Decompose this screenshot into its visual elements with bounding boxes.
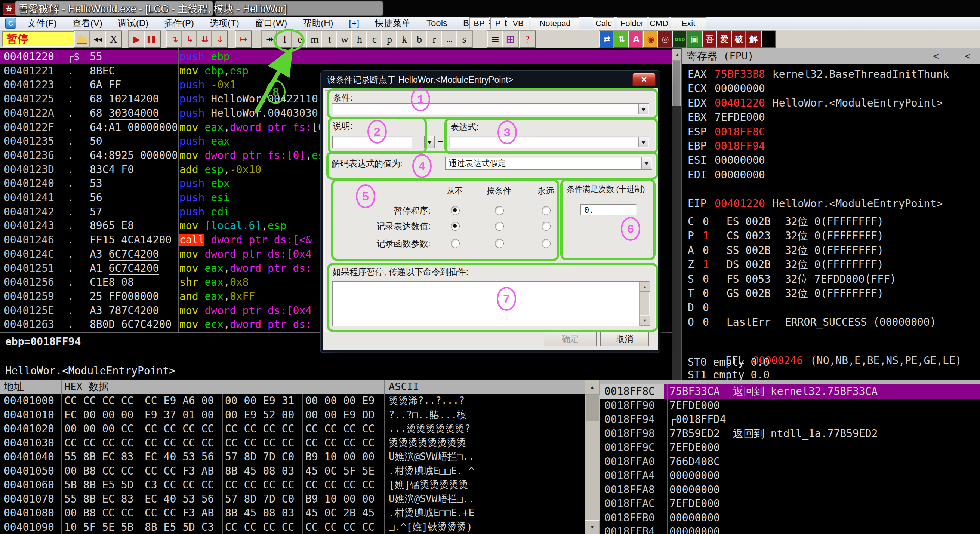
memory-dump-panel[interactable]: 地址 HEX 数据 ASCII 00401000CC CC CC CCCC E9… [0, 379, 585, 534]
animate-into-button[interactable]: ⇊ [197, 31, 213, 48]
handles-window-button[interactable]: h [352, 31, 368, 48]
menu-item-1[interactable]: 文件(F) [19, 17, 65, 29]
menu-button-p[interactable]: P [490, 17, 505, 30]
menu-button-folder[interactable]: Folder [617, 17, 648, 30]
menu-item-10[interactable]: Tools [418, 18, 455, 29]
run-to-return-button[interactable]: ↦ [235, 31, 252, 48]
count-input[interactable]: 0. [581, 204, 636, 215]
black-square[interactable] [761, 31, 776, 48]
log-expression-value-radio-3[interactable] [542, 222, 550, 231]
plugin-updown-button[interactable]: ⇅ [614, 31, 629, 48]
dump-row[interactable]: 0040104055 8B EC 83EC 40 53 5657 8D 7D C… [0, 450, 585, 464]
menu-button-cmd[interactable]: CMD [649, 17, 669, 30]
step-over-button[interactable]: ↳ [181, 31, 198, 48]
stack-row[interactable]: 0018FF9877B59ED2返回到 ntdll_1a.77B59ED2 [600, 427, 980, 441]
options-list-button[interactable]: ≡ [487, 31, 503, 48]
expression-combobox[interactable] [449, 136, 649, 148]
app-c-icon[interactable]: C [5, 18, 16, 29]
menu-button-bp[interactable]: BP [469, 17, 489, 30]
log-window-button[interactable]: l [277, 31, 293, 48]
executables-window-button[interactable]: e [291, 31, 308, 48]
references-window-button[interactable]: r [426, 31, 442, 48]
dump-row[interactable]: 00401010EC 00 00 00E9 37 01 0000 E9 52 0… [0, 408, 585, 422]
dump-row[interactable]: 004010605B 8B E5 5DC3 CC CC CCCC CC CC C… [0, 478, 585, 492]
scroll-down-icon[interactable]: ▼ [585, 520, 600, 534]
pause-program-radio-3[interactable] [542, 206, 550, 215]
run-button[interactable]: ▶ [129, 31, 145, 48]
go-to-button[interactable]: ↠ [262, 31, 278, 48]
plugin-command-textarea[interactable]: ▲ ▼ [332, 281, 650, 327]
plugin-target-button[interactable]: ◉ [643, 31, 659, 48]
menu-item-8[interactable]: [+] [341, 18, 367, 29]
close-target-button[interactable]: X [105, 31, 122, 48]
disassembly-scrollbar[interactable]: ▲ [671, 48, 681, 379]
source-window-button[interactable]: s [456, 31, 473, 48]
wuai-wu-button[interactable]: 吾 [702, 31, 718, 48]
pause-program-radio-2[interactable] [495, 206, 504, 215]
stack-row[interactable]: 0018FF9C7EFDE000 [600, 440, 980, 455]
scroll-thumb[interactable] [585, 395, 599, 421]
menu-item-4[interactable]: 插件(P) [156, 17, 202, 29]
menu-button-exit[interactable]: Exit [671, 17, 706, 30]
dropdown-arrow-icon[interactable] [641, 158, 651, 169]
pause-button[interactable]: ▌▌ [144, 31, 161, 48]
stack-row[interactable]: 0018FFA400000000 [600, 469, 980, 483]
stack-row[interactable]: 0018FFA800000000 [600, 483, 980, 497]
dump-row[interactable]: 0040109010 5F 5E 5B8B E5 5D C3CC CC CC C… [0, 520, 585, 534]
ok-button[interactable]: 确定 [544, 332, 597, 346]
windows-window-button[interactable]: w [336, 31, 353, 48]
stack-row[interactable]: 0018FF94┌0018FFD4 [600, 413, 980, 427]
stack-row[interactable]: 0018FFA0766D408C [600, 455, 980, 469]
run-trace-window-button[interactable]: ... [441, 31, 458, 48]
registers-nav-right-button[interactable]: < [960, 51, 975, 61]
animate-over-button[interactable]: ⇓ [212, 31, 228, 48]
restart-button[interactable]: ◀◀ [90, 31, 106, 48]
wuai-jie-button[interactable]: 解 [746, 31, 761, 48]
menu-item-7[interactable]: 帮助(H) [295, 17, 341, 29]
call-stack-window-button[interactable]: k [396, 31, 413, 48]
stack-panel[interactable]: 0018FF8C75BF33CA返回到 kernel32.75BF33CA001… [600, 379, 980, 534]
menu-item-5[interactable]: 选项(T) [202, 17, 247, 29]
menu-button-calc[interactable]: Calc [593, 17, 614, 30]
log-expression-value-radio-1[interactable] [451, 222, 460, 231]
scroll-up-icon[interactable]: ▲ [640, 282, 650, 292]
menu-button-vb[interactable]: VB [507, 17, 529, 30]
step-into-button[interactable]: ↴ [166, 31, 183, 48]
log-expression-value-radio-2[interactable] [495, 222, 504, 231]
breakpoints-window-button[interactable]: b [411, 31, 428, 48]
dump-row[interactable]: 0040107055 8B EC 83EC 40 53 5657 8D 7D C… [0, 492, 585, 506]
stack-row[interactable]: 0018FF907EFDE000 [600, 399, 980, 413]
cpu-window-button[interactable]: c [366, 31, 383, 48]
dump-row[interactable]: 00401030CC CC CC CCCC CC CC CCCC CC CC C… [0, 436, 585, 450]
close-icon[interactable]: × [632, 73, 655, 86]
dropdown-arrow-icon[interactable] [638, 104, 649, 115]
log-function-arguments-radio-3[interactable] [542, 239, 550, 248]
stack-row[interactable]: 0018FF8C75BF33CA返回到 kernel32.75BF33CA [600, 384, 980, 399]
stack-row[interactable]: 0018FFB400000000 [600, 524, 980, 534]
log-function-arguments-radio-1[interactable] [451, 239, 460, 248]
plugin-monitor-button[interactable]: ▣ [687, 31, 702, 48]
threads-window-button[interactable]: t [321, 31, 338, 48]
registers-nav-left-button[interactable]: < [928, 51, 943, 61]
disasm-row[interactable]: 00401220┌$55push ebp [0, 50, 671, 64]
scroll-thumb[interactable] [672, 61, 681, 106]
menu-item-3[interactable]: 调试(D) [110, 17, 156, 29]
log-function-arguments-radio-2[interactable] [495, 239, 504, 248]
plugin-rings-button[interactable]: ◎ [657, 31, 673, 48]
registers-panel[interactable]: 寄存器 (FPU) < < EAX75BF33B8kernel32.BaseTh… [681, 48, 980, 379]
stack-row[interactable]: 0018FFB000000000 [600, 511, 980, 525]
scroll-down-icon[interactable]: ▼ [640, 315, 650, 326]
menu-item-2[interactable]: 查看(V) [65, 17, 110, 29]
wuai-ai-button[interactable]: 爱 [716, 31, 732, 48]
dump-row[interactable]: 00401000CC CC CC CCCC E9 A6 0000 00 E9 3… [0, 394, 585, 408]
dump-row[interactable]: 0040105000 B8 CC CCCC CC F3 AB8B 45 08 0… [0, 464, 585, 478]
menu-item-9[interactable]: 快捷菜单 [367, 17, 418, 29]
menu-item-6[interactable]: 窗口(W) [247, 17, 295, 29]
textarea-scrollbar[interactable]: ▲ ▼ [639, 282, 649, 326]
pause-program-radio-1[interactable] [451, 206, 460, 215]
help-button[interactable]: ? [519, 31, 536, 48]
menu-button-notepad[interactable]: Notepad [531, 17, 579, 30]
open-file-button[interactable] [74, 31, 91, 48]
cancel-button[interactable]: 取消 [600, 332, 649, 346]
wuai-po-button[interactable]: 破 [731, 31, 747, 48]
